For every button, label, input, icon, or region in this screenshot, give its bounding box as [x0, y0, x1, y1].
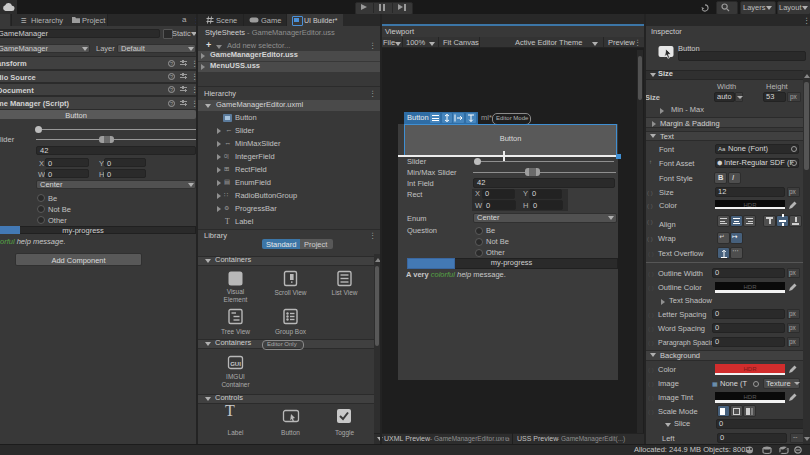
svg-text:GUI: GUI	[230, 361, 241, 367]
